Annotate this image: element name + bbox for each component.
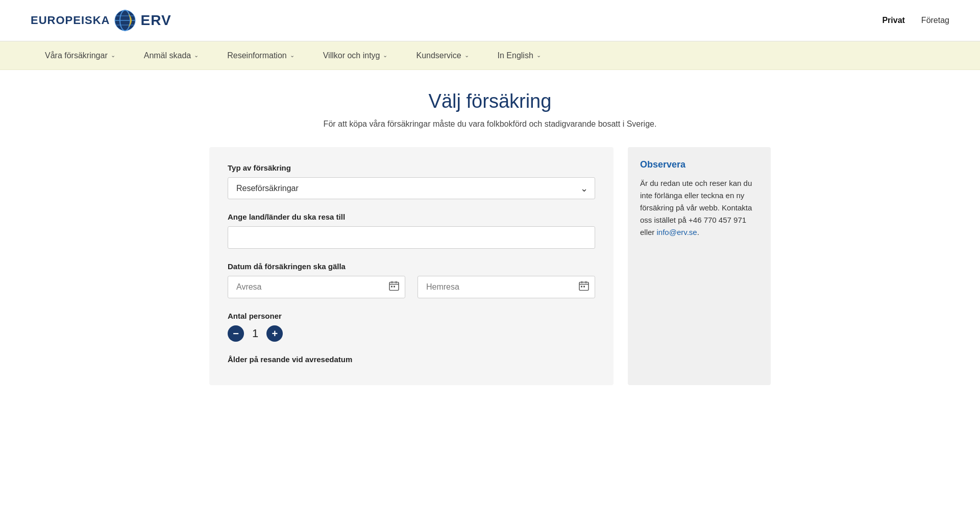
nav-bar: Våra försäkringar ⌄ Anmäl skada ⌄ Resein…: [0, 41, 980, 70]
insurance-type-wrapper: Reseförsäkringar Olycksfallsförsäkringar…: [228, 177, 595, 199]
chevron-down-icon: ⌄: [194, 52, 199, 59]
observera-title: Observera: [640, 159, 758, 170]
chevron-down-icon: ⌄: [383, 52, 387, 59]
antal-control: − 1 +: [228, 325, 595, 342]
nav-vara-forsakringar[interactable]: Våra försäkringar ⌄: [31, 41, 130, 69]
chevron-down-icon: ⌄: [111, 52, 115, 59]
logo-erv: ERV: [140, 12, 171, 29]
chevron-down-icon: ⌄: [464, 52, 469, 59]
chevron-down-icon: ⌄: [536, 52, 541, 59]
age-label: Ålder på resande vid avresedatum: [228, 355, 595, 364]
logo-area: EUROPEISKA ERV: [31, 9, 172, 32]
nav-vara-forsakringar-label: Våra försäkringar: [45, 51, 108, 60]
chevron-down-icon: ⌄: [290, 52, 295, 59]
country-input[interactable]: [228, 226, 595, 249]
nav-kundservice-label: Kundservice: [416, 51, 461, 60]
header-nav-foretag[interactable]: Företag: [921, 16, 949, 25]
insurance-type-select[interactable]: Reseförsäkringar Olycksfallsförsäkringar…: [228, 177, 595, 199]
header-nav-privat[interactable]: Privat: [882, 16, 904, 25]
return-input[interactable]: [418, 276, 595, 298]
nav-in-english-label: In English: [498, 51, 533, 60]
nav-kundservice[interactable]: Kundservice ⌄: [402, 41, 483, 69]
persons-value: 1: [252, 327, 258, 340]
nav-anmal-skada[interactable]: Anmäl skada ⌄: [130, 41, 213, 69]
nav-villkor-och-intyg-label: Villkor och intyg: [323, 51, 380, 60]
country-label: Ange land/länder du ska resa till: [228, 212, 595, 221]
header: EUROPEISKA ERV Privat Företag: [0, 0, 980, 41]
form-card: Typ av försäkring Reseförsäkringar Olyck…: [209, 147, 614, 385]
departure-wrapper: Avresa: [228, 276, 405, 298]
date-row: Avresa Hemresa: [228, 276, 595, 298]
decrease-persons-button[interactable]: −: [228, 325, 244, 342]
observera-email-link[interactable]: info@erv.se: [657, 228, 697, 236]
nav-reseinformation-label: Reseinformation: [227, 51, 287, 60]
observera-text: Är du redan ute och reser kan du inte fö…: [640, 177, 758, 239]
antal-section: Antal personer − 1 +: [228, 312, 595, 342]
page-content: Välj försäkring För att köpa våra försäk…: [0, 70, 980, 406]
sidebar-card: Observera Är du redan ute och reser kan …: [628, 147, 771, 385]
increase-persons-button[interactable]: +: [266, 325, 283, 342]
antal-label: Antal personer: [228, 312, 595, 320]
return-wrapper: Hemresa: [418, 276, 595, 298]
logo-globe-icon: [114, 9, 136, 32]
nav-reseinformation[interactable]: Reseinformation ⌄: [213, 41, 309, 69]
nav-anmal-skada-label: Anmäl skada: [144, 51, 191, 60]
nav-villkor-och-intyg[interactable]: Villkor och intyg ⌄: [309, 41, 402, 69]
insurance-type-label: Typ av försäkring: [228, 163, 595, 172]
nav-in-english[interactable]: In English ⌄: [483, 41, 555, 69]
page-title: Välj försäkring: [31, 90, 949, 112]
date-label: Datum då försäkringen ska gälla: [228, 262, 595, 271]
main-layout: Typ av försäkring Reseförsäkringar Olyck…: [209, 147, 771, 385]
logo-europeiska: EUROPEISKA: [31, 14, 110, 27]
header-nav: Privat Företag: [882, 16, 949, 25]
departure-input[interactable]: [228, 276, 405, 298]
page-subtitle: För att köpa våra försäkringar måste du …: [31, 120, 949, 129]
observera-text-part2: .: [697, 228, 699, 236]
